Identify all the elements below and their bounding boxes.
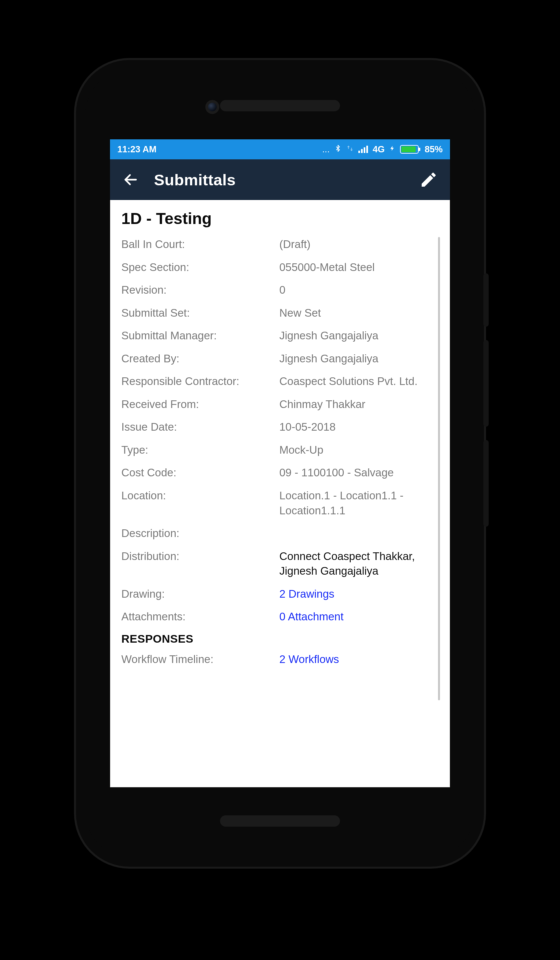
label-distribution: Distribution: xyxy=(121,549,279,564)
row-ball-in-court: Ball In Court: (Draft) xyxy=(121,237,439,252)
value-cost-code: 09 - 1100100 - Salvage xyxy=(279,466,439,480)
value-submittal-set: New Set xyxy=(279,306,439,321)
battery-percent: 85% xyxy=(425,144,443,155)
value-ball-in-court: (Draft) xyxy=(279,237,439,252)
side-button xyxy=(483,274,489,327)
value-issue-date: 10-05-2018 xyxy=(279,420,439,435)
label-received-from: Received From: xyxy=(121,397,279,412)
front-camera xyxy=(205,100,219,114)
scrollbar[interactable] xyxy=(438,237,440,700)
signal-icon xyxy=(358,146,368,153)
back-button[interactable] xyxy=(122,171,139,188)
value-responsible-contractor: Coaspect Solutions Pvt. Ltd. xyxy=(279,374,439,389)
value-distribution: Connect Coaspect Thakkar, Jignesh Gangaj… xyxy=(279,549,439,579)
row-received-from: Received From: Chinmay Thakkar xyxy=(121,397,439,412)
row-responsible-contractor: Responsible Contractor: Coaspect Solutio… xyxy=(121,374,439,389)
row-description: Description: xyxy=(121,526,439,541)
row-attachments: Attachments: 0 Attachment xyxy=(121,610,439,624)
side-button xyxy=(483,440,489,526)
label-attachments: Attachments: xyxy=(121,610,279,624)
label-location: Location: xyxy=(121,488,279,503)
link-workflows[interactable]: 2 Workflows xyxy=(279,652,439,667)
earpiece xyxy=(220,100,340,111)
page-title: 1D - Testing xyxy=(121,210,439,228)
bluetooth-icon xyxy=(334,144,342,155)
link-attachments[interactable]: 0 Attachment xyxy=(279,610,439,624)
value-location: Location.1 - Location1.1 - Location1.1.1 xyxy=(279,488,439,518)
status-time: 11:23 AM xyxy=(117,144,157,155)
label-workflow-timeline: Workflow Timeline: xyxy=(121,652,279,667)
row-drawing: Drawing: 2 Drawings xyxy=(121,587,439,602)
label-cost-code: Cost Code: xyxy=(121,466,279,480)
status-dots-icon: ... xyxy=(322,144,330,155)
value-received-from: Chinmay Thakkar xyxy=(279,397,439,412)
charging-icon xyxy=(389,144,395,155)
responses-header: RESPONSES xyxy=(121,632,439,645)
row-spec-section: Spec Section: 055000-Metal Steel xyxy=(121,260,439,275)
value-type: Mock-Up xyxy=(279,443,439,458)
label-drawing: Drawing: xyxy=(121,587,279,602)
battery-icon xyxy=(400,145,420,154)
link-drawings[interactable]: 2 Drawings xyxy=(279,587,439,602)
label-spec-section: Spec Section: xyxy=(121,260,279,275)
label-type: Type: xyxy=(121,443,279,458)
row-distribution: Distribution: Connect Coaspect Thakkar, … xyxy=(121,549,439,579)
label-issue-date: Issue Date: xyxy=(121,420,279,435)
bottom-speaker xyxy=(220,815,340,827)
status-bar: 11:23 AM ... 4G xyxy=(110,139,450,159)
row-created-by: Created By: Jignesh Gangajaliya xyxy=(121,351,439,366)
network-label: 4G xyxy=(373,144,385,155)
row-submittal-manager: Submittal Manager: Jignesh Gangajaliya xyxy=(121,328,439,343)
value-created-by: Jignesh Gangajaliya xyxy=(279,351,439,366)
app-bar-title: Submittals xyxy=(154,171,236,189)
label-description: Description: xyxy=(121,526,279,541)
phone-frame: 11:23 AM ... 4G xyxy=(76,60,484,867)
row-issue-date: Issue Date: 10-05-2018 xyxy=(121,420,439,435)
value-revision: 0 xyxy=(279,283,439,298)
label-ball-in-court: Ball In Court: xyxy=(121,237,279,252)
content-area: 1D - Testing Ball In Court: (Draft) Spec… xyxy=(110,200,450,667)
data-arrows-icon xyxy=(346,144,354,155)
row-cost-code: Cost Code: 09 - 1100100 - Salvage xyxy=(121,466,439,480)
side-button xyxy=(483,340,489,427)
row-location: Location: Location.1 - Location1.1 - Loc… xyxy=(121,488,439,518)
screen: 11:23 AM ... 4G xyxy=(110,139,450,787)
value-submittal-manager: Jignesh Gangajaliya xyxy=(279,328,439,343)
row-type: Type: Mock-Up xyxy=(121,443,439,458)
label-responsible-contractor: Responsible Contractor: xyxy=(121,374,279,389)
row-workflow-timeline: Workflow Timeline: 2 Workflows xyxy=(121,652,439,667)
label-revision: Revision: xyxy=(121,283,279,298)
row-revision: Revision: 0 xyxy=(121,283,439,298)
value-spec-section: 055000-Metal Steel xyxy=(279,260,439,275)
row-submittal-set: Submittal Set: New Set xyxy=(121,306,439,321)
edit-button[interactable] xyxy=(419,170,438,189)
app-bar: Submittals xyxy=(110,159,450,200)
label-submittal-manager: Submittal Manager: xyxy=(121,328,279,343)
label-submittal-set: Submittal Set: xyxy=(121,306,279,321)
label-created-by: Created By: xyxy=(121,351,279,366)
